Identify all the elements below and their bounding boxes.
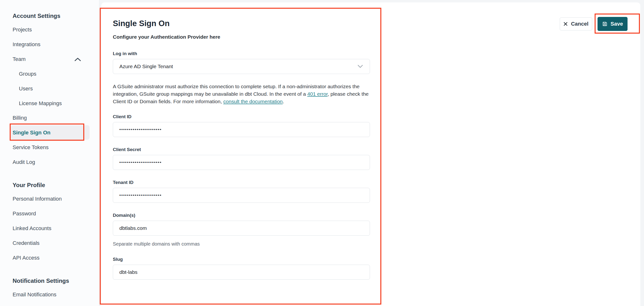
cancel-button-label: Cancel	[571, 21, 588, 27]
sidebar-item-service-tokens[interactable]: Service Tokens	[12, 144, 49, 151]
page-title: Single Sign On	[113, 19, 370, 28]
sidebar-section-account-settings: Account Settings	[12, 12, 60, 19]
sso-settings-content: Single Sign On Configure your Authentica…	[113, 19, 370, 289]
close-icon	[564, 22, 568, 26]
page-subtitle: Configure your Authentication Provider h…	[113, 34, 370, 40]
client-id-group: Client ID	[113, 114, 370, 137]
sidebar-item-credentials[interactable]: Credentials	[12, 240, 40, 246]
client-secret-field[interactable]	[113, 155, 370, 170]
401-error-link[interactable]: 401 error	[307, 91, 328, 97]
slug-label: Slug	[113, 256, 370, 262]
chevron-up-icon[interactable]	[74, 57, 81, 62]
domains-helper-text: Separate multiple domains with commas	[113, 241, 370, 247]
slug-field[interactable]	[113, 265, 370, 280]
client-secret-group: Client Secret	[113, 147, 370, 170]
cancel-button[interactable]: Cancel	[560, 17, 592, 30]
tenant-id-field[interactable]	[113, 188, 370, 203]
sidebar-item-projects[interactable]: Projects	[12, 27, 32, 33]
sidebar-item-audit-log[interactable]: Audit Log	[12, 159, 35, 165]
slug-group: Slug	[113, 256, 370, 280]
domains-field[interactable]	[113, 221, 370, 236]
sidebar-item-email-notifications[interactable]: Email Notifications	[12, 292, 56, 298]
save-button[interactable]: Save	[598, 17, 628, 31]
sidebar-section-notification-settings: Notification Settings	[12, 278, 69, 284]
login-with-select[interactable]: Azure AD Single Tenant	[113, 59, 370, 74]
sidebar-item-integrations[interactable]: Integrations	[12, 41, 40, 48]
info-text-part3: .	[283, 99, 284, 104]
domains-group: Domain(s) Separate multiple domains with…	[113, 212, 370, 247]
client-id-label: Client ID	[113, 114, 370, 120]
settings-sidebar: Account Settings Projects Integrations T…	[0, 0, 99, 306]
sidebar-section-your-profile: Your Profile	[12, 182, 45, 188]
domains-label: Domain(s)	[113, 212, 370, 218]
sidebar-item-team[interactable]: Team	[12, 56, 26, 62]
sidebar-item-license-mappings[interactable]: License Mappings	[19, 100, 62, 107]
client-secret-label: Client Secret	[113, 147, 370, 153]
tenant-id-group: Tenant ID	[113, 180, 370, 203]
sidebar-item-groups[interactable]: Groups	[19, 71, 36, 77]
sidebar-item-personal-information[interactable]: Personal Information	[12, 196, 62, 202]
client-id-field[interactable]	[113, 122, 370, 137]
tenant-id-label: Tenant ID	[113, 180, 370, 185]
save-button-label: Save	[610, 21, 623, 27]
login-with-selected-value: Azure AD Single Tenant	[119, 64, 173, 69]
gsuite-info-text: A GSuite administrator must authorize th…	[113, 83, 370, 105]
sidebar-item-password[interactable]: Password	[12, 210, 36, 217]
documentation-link[interactable]: consult the documentation	[223, 99, 282, 104]
sidebar-item-single-sign-on[interactable]: Single Sign On	[12, 130, 50, 136]
sidebar-item-linked-accounts[interactable]: Linked Accounts	[12, 225, 51, 232]
sidebar-item-api-access[interactable]: API Access	[12, 255, 40, 261]
login-with-label: Log in with	[113, 51, 370, 57]
sidebar-item-users[interactable]: Users	[19, 86, 33, 92]
sidebar-item-billing[interactable]: Billing	[12, 115, 27, 121]
chevron-down-icon	[357, 64, 364, 69]
save-icon	[602, 21, 608, 27]
